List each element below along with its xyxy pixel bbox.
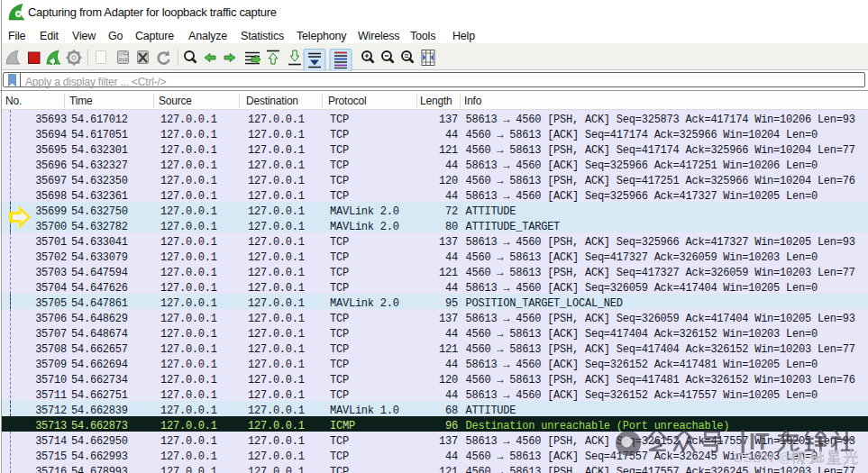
svg-text:010: 010 bbox=[119, 58, 128, 63]
